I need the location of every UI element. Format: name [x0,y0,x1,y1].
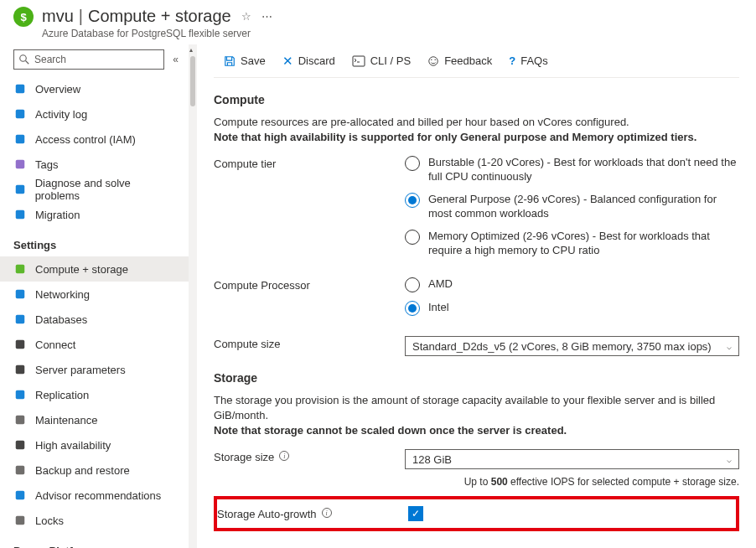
radio-button[interactable] [405,301,420,316]
radio-button[interactable] [405,193,420,208]
info-icon[interactable]: i [322,508,332,518]
svg-rect-9 [16,290,25,299]
faqs-button[interactable]: ? FAQs [502,44,554,77]
sidebar-item-label: Migration [35,209,80,221]
compute-size-select[interactable]: Standard_D2ds_v5 (2 vCores, 8 GiB memory… [405,336,739,356]
svg-rect-16 [16,466,25,475]
svg-point-22 [435,59,436,59]
sidebar-item-activity-log[interactable]: Activity log [0,101,189,127]
scrollbar-thumb[interactable] [190,56,195,106]
sidebar-item-label: Backup and restore [35,464,130,477]
sidebar-item-networking[interactable]: Networking [0,282,189,307]
sidebar-item-label: Connect [35,339,75,351]
resource-type: Azure Database for PostgreSQL flexible s… [42,28,743,39]
wrench-icon [13,183,27,196]
compute-processor-option[interactable]: Intel [405,301,739,316]
sidebar-item-label: Diagnose and solve problems [35,177,175,202]
close-icon: ✕ [282,54,293,69]
migrate-icon [13,208,27,221]
svg-point-20 [429,56,438,65]
sidebar-item-advisor-recommendations[interactable]: Advisor recommendations [0,483,189,508]
svg-rect-12 [16,365,25,375]
title-separator: | [79,7,83,26]
nav-section-power: Power Platform [0,533,189,548]
sidebar-item-tags[interactable]: Tags [0,152,189,177]
svg-rect-18 [16,516,25,525]
sidebar-item-locks[interactable]: Locks [0,508,189,533]
radio-label: AMD [428,277,453,292]
search-input[interactable]: Search [13,49,164,70]
more-icon[interactable]: ⋯ [261,10,272,23]
save-icon [224,55,236,67]
storage-size-select[interactable]: 128 GiB ⌵ [405,449,739,469]
sidebar-item-compute-storage[interactable]: Compute + storage [0,256,189,282]
save-button[interactable]: Save [217,44,272,77]
sidebar-item-diagnose-and-solve-problems[interactable]: Diagnose and solve problems [0,177,189,202]
storage-autogrowth-checkbox[interactable]: ✓ [408,506,423,521]
chevron-down-icon: ⌵ [727,455,732,464]
compute-icon [13,262,27,276]
sidebar-item-backup-and-restore[interactable]: Backup and restore [0,458,189,483]
server-icon [13,82,27,96]
sidebar-item-label: Server parameters [35,364,126,376]
radio-button[interactable] [405,277,420,292]
database-icon [13,313,27,326]
svg-rect-14 [16,416,25,425]
resource-name: mvu [42,7,74,26]
network-icon [13,287,27,301]
svg-line-1 [26,61,29,65]
sidebar-item-high-availability[interactable]: High availability [0,432,189,458]
scroll-up-icon[interactable]: ▴ [189,46,193,54]
sidebar-item-label: Activity log [35,108,87,121]
cli-button[interactable]: CLI / PS [345,44,417,77]
scrollbar[interactable]: ▴ [189,44,197,548]
sidebar-item-maintenance[interactable]: Maintenance [0,407,189,432]
sidebar-item-overview[interactable]: Overview [0,76,189,101]
sidebar-item-migration[interactable]: Migration [0,202,189,227]
nav-section-settings: Settings [0,227,189,256]
radio-label: General Purpose (2-96 vCores) - Balanced… [428,193,739,221]
storage-iops-hint: Up to 500 effective IOPS for selected co… [214,476,739,488]
compute-tier-option[interactable]: Burstable (1-20 vCores) - Best for workl… [405,156,739,184]
svg-rect-13 [16,390,25,400]
storage-autogrowth-label: Storage Auto-growth i [217,506,408,521]
discard-button[interactable]: ✕ Discard [276,44,342,77]
svg-rect-17 [16,491,25,500]
compute-processor-option[interactable]: AMD [405,277,739,292]
sidebar-item-access-control-iam-[interactable]: Access control (IAM) [0,127,189,152]
svg-rect-15 [16,441,25,450]
compute-tier-option[interactable]: General Purpose (2-96 vCores) - Balanced… [405,193,739,221]
radio-button[interactable] [405,156,420,171]
svg-rect-11 [16,340,25,349]
storage-description: The storage you provision is the amount … [214,393,739,437]
compute-tier-label: Compute tier [214,156,405,266]
log-icon [13,107,27,121]
maintenance-icon [13,413,27,427]
sidebar-item-label: Networking [35,288,90,301]
sidebar-item-connect[interactable]: Connect [0,332,189,357]
svg-rect-6 [16,185,25,194]
svg-rect-3 [16,110,25,119]
sidebar-item-databases[interactable]: Databases [0,307,189,332]
compute-description: Compute resources are pre-allocated and … [214,115,739,144]
svg-rect-7 [16,210,25,220]
svg-rect-8 [16,265,25,274]
collapse-sidebar-icon[interactable]: « [173,54,179,65]
sidebar: Search « OverviewActivity logAccess cont… [0,44,189,548]
sidebar-item-label: Access control (IAM) [35,133,136,146]
radio-label: Intel [428,301,449,315]
feedback-button[interactable]: Feedback [421,44,499,77]
storage-size-label: Storage size i [214,449,405,469]
page-title: Compute + storage [88,7,231,26]
info-icon[interactable]: i [279,451,289,461]
radio-button[interactable] [405,230,420,245]
sidebar-item-server-parameters[interactable]: Server parameters [0,357,189,382]
sidebar-item-replication[interactable]: Replication [0,382,189,407]
connect-icon [13,338,27,351]
advisor-icon [13,489,27,502]
compute-tier-option[interactable]: Memory Optimized (2-96 vCores) - Best fo… [405,230,739,258]
sidebar-item-label: Advisor recommendations [35,489,161,502]
svg-rect-4 [16,135,25,144]
sidebar-item-label: High availability [35,439,111,452]
pin-icon[interactable]: ☆ [241,10,251,23]
